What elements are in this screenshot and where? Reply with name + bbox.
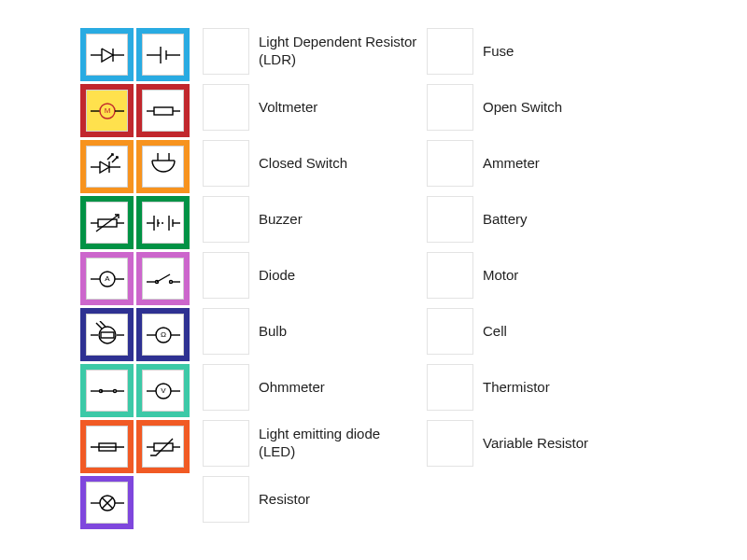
battery-icon xyxy=(145,209,182,237)
drop-slot[interactable] xyxy=(203,252,249,299)
thermistor-token[interactable] xyxy=(136,420,190,473)
thermistor-icon xyxy=(145,433,182,461)
voltmeter-token[interactable]: V xyxy=(136,364,190,417)
ohmmeter-token[interactable]: Ω xyxy=(136,308,190,361)
buzzer-icon xyxy=(145,153,182,181)
motor-icon: M xyxy=(89,97,126,125)
drop-label: Diode xyxy=(259,267,417,285)
drop-label: Voltmeter xyxy=(259,99,417,117)
drop-label: Light emitting diode (LED) xyxy=(259,426,417,461)
drop-column-right: FuseOpen SwitchAmmeterBatteryMotorCellTh… xyxy=(427,28,641,529)
drop-row: Thermistor xyxy=(427,364,641,411)
drop-row: Ohmmeter xyxy=(203,364,417,411)
drop-label: Closed Switch xyxy=(259,155,417,173)
drop-row: Bulb xyxy=(203,308,417,355)
drop-row: Cell xyxy=(427,308,641,355)
resistor-token[interactable] xyxy=(136,84,190,137)
diode-icon xyxy=(89,41,126,69)
drop-label: Open Switch xyxy=(483,99,641,117)
battery-token[interactable] xyxy=(136,196,190,249)
drop-slot[interactable] xyxy=(427,28,473,75)
led-icon xyxy=(89,153,126,181)
svg-line-17 xyxy=(107,154,113,160)
led-token[interactable] xyxy=(80,140,134,193)
bulb-token[interactable] xyxy=(80,476,134,529)
drop-label: Ohmmeter xyxy=(259,379,417,397)
variable-resistor-icon xyxy=(89,209,126,237)
diode-token[interactable] xyxy=(80,28,134,81)
game-board: M A Ω xyxy=(80,28,641,529)
cell-icon xyxy=(145,41,182,69)
cell-token[interactable] xyxy=(136,28,190,81)
drop-slot[interactable] xyxy=(203,308,249,355)
drop-label: Buzzer xyxy=(259,211,417,229)
open-switch-token[interactable] xyxy=(136,252,190,305)
svg-line-40 xyxy=(157,274,170,282)
svg-rect-45 xyxy=(101,332,114,338)
drop-slot[interactable] xyxy=(203,28,249,75)
svg-text:Ω: Ω xyxy=(161,330,166,339)
drop-row: Battery xyxy=(427,196,641,243)
token-palette: M A Ω xyxy=(80,28,190,529)
drop-slot[interactable] xyxy=(427,308,473,355)
drop-row: Resistor xyxy=(203,476,417,523)
drop-row: Diode xyxy=(203,252,417,299)
drop-label: Cell xyxy=(483,323,641,341)
drop-row: Light Dependent Resistor (LDR) xyxy=(203,28,417,75)
drop-row: Fuse xyxy=(427,28,641,75)
drop-slot[interactable] xyxy=(203,476,249,523)
drop-slot[interactable] xyxy=(203,420,249,467)
drop-row: Motor xyxy=(427,252,641,299)
svg-line-48 xyxy=(100,321,106,327)
svg-rect-12 xyxy=(154,107,173,115)
drop-slot[interactable] xyxy=(203,84,249,131)
fuse-icon xyxy=(89,433,126,461)
ldr-icon xyxy=(89,321,126,349)
svg-line-47 xyxy=(96,323,102,329)
drop-slot[interactable] xyxy=(427,364,473,411)
svg-rect-65 xyxy=(154,443,173,451)
drop-row: Variable Resistor xyxy=(427,420,641,467)
motor-token[interactable]: M xyxy=(80,84,134,137)
drop-label: Fuse xyxy=(483,43,641,61)
drop-slot[interactable] xyxy=(203,364,249,411)
open-switch-icon xyxy=(145,265,182,293)
svg-text:V: V xyxy=(161,386,166,395)
drop-slot[interactable] xyxy=(427,84,473,131)
ammeter-icon: A xyxy=(89,265,126,293)
drop-slot[interactable] xyxy=(427,196,473,243)
ldr-token[interactable] xyxy=(80,308,134,361)
drop-slot[interactable] xyxy=(427,140,473,187)
drop-label: Motor xyxy=(483,267,641,285)
drop-label: Battery xyxy=(483,211,641,229)
drop-label: Ammeter xyxy=(483,155,641,173)
fuse-token[interactable] xyxy=(80,420,134,473)
drop-label: Thermistor xyxy=(483,379,641,397)
closed-switch-token[interactable] xyxy=(80,364,134,417)
bulb-icon xyxy=(89,489,126,517)
drop-zones: Light Dependent Resistor (LDR)VoltmeterC… xyxy=(203,28,641,529)
drop-label: Bulb xyxy=(259,323,417,341)
drop-slot[interactable] xyxy=(203,140,249,187)
svg-line-18 xyxy=(112,157,118,162)
ohmmeter-icon: Ω xyxy=(145,321,182,349)
drop-slot[interactable] xyxy=(427,420,473,467)
resistor-icon xyxy=(145,97,182,125)
drop-row: Light emitting diode (LED) xyxy=(203,420,417,467)
drop-label: Variable Resistor xyxy=(483,435,641,453)
drop-slot[interactable] xyxy=(203,196,249,243)
variable-resistor-token[interactable] xyxy=(80,196,134,249)
ammeter-token[interactable]: A xyxy=(80,252,134,305)
voltmeter-icon: V xyxy=(145,377,182,405)
svg-line-25 xyxy=(96,215,119,231)
drop-label: Resistor xyxy=(259,491,417,509)
svg-text:A: A xyxy=(105,274,110,283)
drop-slot[interactable] xyxy=(427,252,473,299)
drop-row: Buzzer xyxy=(203,196,417,243)
drop-row: Voltmeter xyxy=(203,84,417,131)
drop-row: Ammeter xyxy=(427,140,641,187)
closed-switch-icon xyxy=(89,377,126,405)
drop-column-left: Light Dependent Resistor (LDR)VoltmeterC… xyxy=(203,28,417,529)
drop-label: Light Dependent Resistor (LDR) xyxy=(259,34,417,69)
buzzer-token[interactable] xyxy=(136,140,190,193)
